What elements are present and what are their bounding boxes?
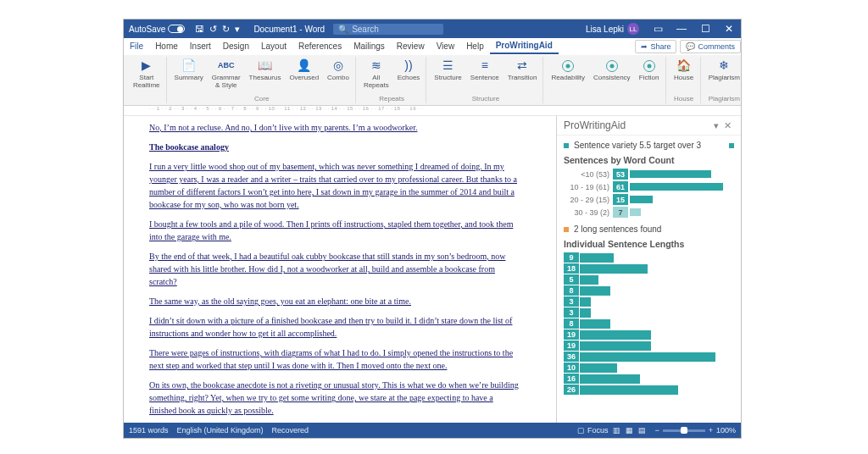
share-button[interactable]: ➦Share	[635, 40, 676, 53]
prowritingaid-panel: ProWritingAid ▾ ✕ Sentence variety 5.5 t…	[556, 116, 741, 423]
panel-dropdown-icon[interactable]: ▾	[711, 120, 721, 131]
undo-icon[interactable]: ↺	[209, 24, 217, 35]
tab-home[interactable]: Home	[149, 39, 184, 53]
length-bar	[580, 297, 591, 307]
document-column[interactable]: No, I’m not a recluse. And no, I don’t l…	[124, 116, 556, 423]
paragraph[interactable]: I bought a few tools and a pile of wood.…	[149, 218, 522, 243]
ribbon-button-label: Overused	[289, 75, 319, 82]
ribbon-button-summary[interactable]: 📄Summary	[172, 57, 206, 84]
ribbon-options-icon[interactable]: ▭	[646, 19, 670, 38]
ribbon-button-overused[interactable]: 👤Overused	[287, 57, 321, 84]
grammar-icon: ABC	[219, 58, 234, 74]
ribbon-button-grammar-style[interactable]: ABCGrammar& Style	[209, 57, 243, 91]
ribbon-button-label: Readability	[551, 75, 585, 82]
paragraph[interactable]: I run a very little wood shop out of my …	[149, 160, 522, 211]
tab-insert[interactable]: Insert	[184, 39, 217, 53]
read-mode-icon[interactable]: ▥	[613, 426, 620, 435]
bucket-row: 30 - 39 (2)7	[564, 207, 734, 218]
word-count[interactable]: 1591 words	[129, 426, 169, 435]
zoom-out-icon[interactable]: −	[654, 426, 659, 435]
zoom-control[interactable]: − + 100%	[654, 426, 736, 435]
ribbon-button-label: Grammar& Style	[212, 75, 241, 90]
tab-prowritingaid[interactable]: ProWritingAid	[490, 38, 559, 54]
ribbon-button-transition[interactable]: ⇄Transition	[505, 57, 540, 84]
tab-help[interactable]: Help	[460, 39, 490, 53]
search-placeholder: Search	[352, 25, 379, 34]
quick-access: 🖫 ↺ ↻ ▾	[190, 24, 245, 35]
print-layout-icon[interactable]: ▦	[626, 426, 633, 435]
paragraph[interactable]: I didn’t sit down with a picture of a fi…	[149, 314, 522, 340]
search-input[interactable]: 🔍 Search	[333, 24, 443, 35]
zoom-value: 100%	[716, 426, 736, 435]
tab-review[interactable]: Review	[391, 39, 431, 53]
ribbon-button-thesaurus[interactable]: 📖Thesaurus	[247, 57, 284, 84]
tab-layout[interactable]: Layout	[255, 39, 292, 53]
autosave-toggle[interactable]: AutoSave	[124, 25, 190, 34]
ribbon-button-start-realtime[interactable]: ▶StartRealtime	[131, 57, 163, 91]
dot-icon	[604, 58, 620, 74]
ribbon-button-plagiarism[interactable]: ❄Plagiarism	[706, 57, 743, 84]
length-bar	[580, 308, 591, 318]
length-row: 9	[564, 252, 734, 263]
length-value: 8	[564, 285, 579, 296]
buckets-heading: Sentences by Word Count	[564, 155, 734, 165]
long-sentences-note: 2 long sentences found	[564, 224, 734, 234]
language-status[interactable]: English (United Kingdom)	[177, 426, 264, 435]
search-area: 🔍 Search	[333, 24, 579, 35]
user-account[interactable]: Lisa Lepki LL	[579, 23, 646, 35]
ribbon-button-fiction[interactable]: Fiction	[637, 57, 662, 84]
dropdown-icon[interactable]: ▾	[235, 24, 240, 35]
paragraph[interactable]: No, I’m not a recluse. And no, I don’t l…	[149, 121, 522, 134]
ribbon-button-label: AllRepeats	[364, 75, 389, 90]
autosave-label: AutoSave	[129, 25, 165, 34]
focus-mode-button[interactable]: ▢ Focus	[577, 426, 608, 435]
ribbon-button-combo[interactable]: ◎Combo	[325, 57, 352, 84]
length-value: 5	[564, 274, 579, 285]
status-dot-icon	[729, 143, 734, 148]
save-icon[interactable]: 🖫	[195, 24, 204, 35]
close-icon[interactable]: ✕	[717, 19, 741, 38]
panel-close-icon[interactable]: ✕	[721, 120, 734, 131]
length-bar	[580, 385, 678, 395]
minimize-icon[interactable]: —	[670, 19, 693, 38]
bucket-label: 10 - 19 (61)	[564, 183, 613, 191]
ribbon-group: ❄PlagiarismPlagiarism	[703, 57, 746, 103]
bullet-icon	[564, 143, 569, 148]
tab-references[interactable]: References	[292, 39, 348, 53]
ribbon-button-label: Transition	[508, 75, 537, 82]
ribbon-button-all-repeats[interactable]: ≋AllRepeats	[361, 57, 392, 91]
ribbon-button-label: Echoes	[398, 75, 420, 82]
ribbon-button-consistency[interactable]: Consistency	[591, 57, 633, 84]
paragraph[interactable]: On its own, the bookcase anecdote is not…	[149, 379, 522, 417]
document-body[interactable]: No, I’m not a recluse. And no, I don’t l…	[149, 121, 522, 423]
paragraph[interactable]: The bookcase analogy	[149, 141, 522, 153]
ribbon-button-sentence[interactable]: ≡Sentence	[468, 57, 502, 84]
dot-icon	[642, 58, 657, 74]
ribbon-button-house[interactable]: 🏠House	[671, 57, 697, 84]
document-title: Document1 - Word	[245, 25, 333, 34]
bucket-bar	[630, 196, 653, 203]
zoom-in-icon[interactable]: +	[709, 426, 713, 435]
ribbon-button-echoes[interactable]: ))Echoes	[395, 57, 423, 84]
length-value: 3	[564, 296, 579, 307]
zoom-slider[interactable]	[663, 429, 705, 432]
comments-button[interactable]: 💬Comments	[680, 40, 741, 53]
tab-mailings[interactable]: Mailings	[348, 39, 391, 53]
length-bar	[580, 253, 614, 263]
ribbon-group-label: House	[674, 95, 693, 103]
ribbon-button-structure[interactable]: ☰Structure	[431, 57, 464, 84]
ribbon-button-readability[interactable]: Readability	[548, 57, 587, 84]
tab-design[interactable]: Design	[217, 39, 255, 53]
paragraph[interactable]: The same way, as the old saying goes, yo…	[149, 295, 522, 307]
length-bar	[580, 264, 648, 274]
ribbon-button-label: Thesaurus	[249, 75, 281, 82]
length-value: 3	[564, 307, 579, 318]
paragraph[interactable]: There were pages of instructions, with d…	[149, 346, 522, 372]
tab-file[interactable]: File	[124, 39, 149, 53]
length-value: 8	[564, 318, 579, 329]
maximize-icon[interactable]: ☐	[693, 19, 717, 38]
tab-view[interactable]: View	[431, 39, 461, 53]
paragraph[interactable]: By the end of that week, I had a beautif…	[149, 250, 522, 288]
web-layout-icon[interactable]: ▤	[638, 426, 646, 435]
redo-icon[interactable]: ↻	[222, 24, 230, 35]
